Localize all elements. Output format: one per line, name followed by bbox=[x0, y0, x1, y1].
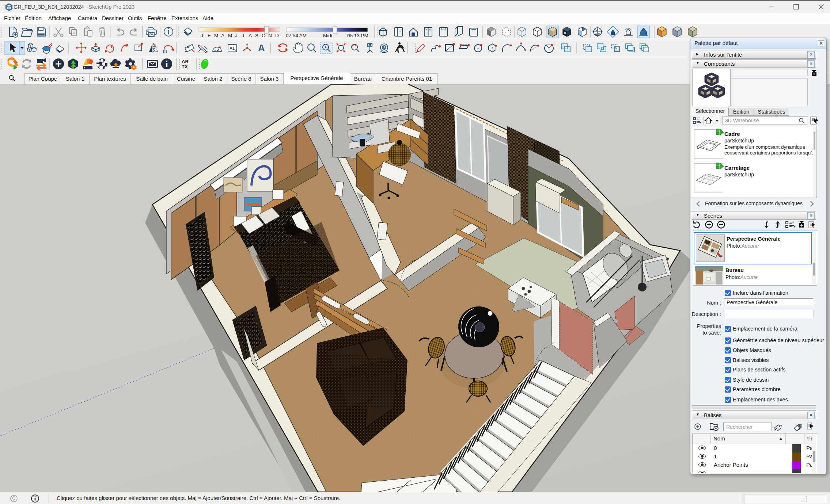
svg-text:TX: TX bbox=[182, 64, 188, 69]
svg-text:A: A bbox=[258, 42, 265, 53]
svg-text:JFMAMJJASOND: JFMAMJJASOND bbox=[201, 33, 279, 38]
svg-text:C: C bbox=[595, 28, 598, 31]
svg-text:Midi: Midi bbox=[323, 33, 332, 38]
svg-text:A·B: A·B bbox=[595, 33, 600, 36]
svg-text:05:13 PM: 05:13 PM bbox=[347, 33, 368, 38]
svg-text:A1: A1 bbox=[230, 46, 235, 50]
svg-text:AR: AR bbox=[182, 59, 189, 64]
svg-text:07:54 AM: 07:54 AM bbox=[286, 33, 307, 38]
